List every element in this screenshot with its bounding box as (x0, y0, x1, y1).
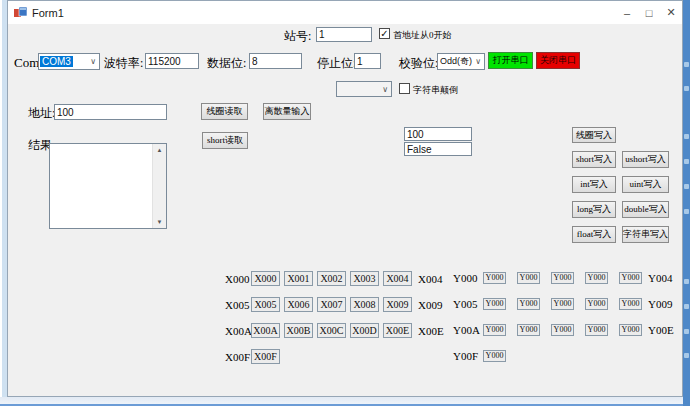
x-cell[interactable]: X00F (251, 349, 280, 364)
result-scrollbar[interactable]: ▲ ▼ (152, 144, 166, 228)
ushort-write-button[interactable]: ushort写入 (622, 151, 669, 168)
y-cell[interactable]: Y000 (517, 298, 540, 310)
x-cell[interactable]: X008 (350, 297, 379, 312)
y-cell[interactable]: Y000 (619, 324, 642, 336)
close-icon[interactable]: ✕ (660, 1, 682, 24)
databits-input[interactable] (249, 53, 302, 69)
y-cell[interactable]: Y000 (517, 272, 540, 284)
float-write-button[interactable]: float写入 (572, 226, 616, 243)
parity-select[interactable]: Odd(奇) ∨ (437, 53, 485, 70)
x-cell[interactable]: X00D (350, 323, 379, 338)
y-cell[interactable]: Y000 (517, 324, 540, 336)
discrete-input-button[interactable]: 离散量输入 (263, 103, 311, 120)
y-cell[interactable]: Y000 (585, 298, 608, 310)
x-cell[interactable]: X00C (317, 323, 346, 338)
com-selected-value: COM3 (40, 56, 73, 67)
x-cell[interactable]: X001 (284, 271, 313, 286)
x-cell[interactable]: X004 (383, 271, 412, 286)
short-write-button[interactable]: short写入 (572, 151, 616, 168)
baud-label: 波特率: (104, 55, 143, 72)
coil-read-button[interactable]: 线圈读取 (201, 103, 248, 120)
scroll-down-icon[interactable]: ▼ (153, 216, 166, 228)
chevron-down-icon: ∨ (90, 57, 99, 66)
y-row-label-right: Y009 (648, 298, 672, 310)
x-cell[interactable]: X00A (251, 323, 280, 338)
edge-mark (684, 184, 689, 189)
y-cell[interactable]: Y000 (619, 272, 642, 284)
y-row-label: Y00A (453, 324, 475, 336)
form-icon (14, 7, 27, 18)
y-cell[interactable]: Y000 (483, 298, 506, 310)
x-cell[interactable]: X00E (383, 323, 412, 338)
parity-label: 校验位: (399, 55, 438, 72)
com-select[interactable]: COM3 ∨ (38, 53, 100, 70)
window-controls: – □ ✕ (616, 1, 682, 24)
y-cell[interactable]: Y000 (551, 324, 574, 336)
string-write-button[interactable]: 字符串写入 (622, 226, 669, 243)
x-cell[interactable]: X006 (284, 297, 313, 312)
stopbits-label: 停止位: (317, 55, 356, 72)
y-grid-row: Y00F Y000 (453, 350, 506, 362)
background-window-edge-right (683, 0, 690, 406)
x-cell[interactable]: X005 (251, 297, 280, 312)
x-cell[interactable]: X003 (350, 271, 379, 286)
short-read-button[interactable]: short读取 (202, 132, 248, 149)
y-row-label: Y000 (453, 272, 475, 284)
y-grid-row: Y005 Y000 Y000 Y000 Y000 Y000 Y009 (453, 298, 672, 310)
y-row-label: Y00F (453, 350, 475, 362)
station-input[interactable] (316, 27, 372, 42)
scroll-up-icon[interactable]: ▲ (153, 144, 166, 156)
x-row-label-right: X004 (418, 273, 442, 285)
x-row-label: X00A (225, 325, 247, 337)
address-label: 地址: (28, 105, 55, 122)
maximize-icon[interactable]: □ (638, 1, 660, 24)
coil-write-button[interactable]: 线圈写入 (572, 127, 616, 143)
string-reverse-checkbox-label: 字符串颠倒 (413, 84, 458, 97)
stopbits-input[interactable] (354, 53, 381, 69)
address-input[interactable] (54, 104, 167, 120)
zero-start-checkbox-label: 首地址从0开始 (393, 29, 452, 42)
x-cell[interactable]: X00B (284, 323, 313, 338)
y-cell[interactable]: Y000 (551, 298, 574, 310)
x-cell[interactable]: X000 (251, 271, 280, 286)
write-value-input[interactable] (404, 142, 472, 156)
x-cell[interactable]: X002 (317, 271, 346, 286)
result-textbox[interactable]: ▲ ▼ (49, 143, 167, 229)
x-grid-row: X00F X00F (225, 349, 280, 364)
form1-window: Form1 – □ ✕ 站号: ✓ 首地址从0开始 Com: COM3 ∨ 波特… (7, 0, 683, 397)
double-write-button[interactable]: double写入 (622, 201, 669, 218)
y-row-label-right: Y004 (648, 272, 672, 284)
background-window-edge-left (0, 0, 7, 406)
window-title: Form1 (32, 7, 64, 19)
y-cell[interactable]: Y000 (619, 298, 642, 310)
edge-mark (684, 353, 689, 358)
y-cell[interactable]: Y000 (585, 272, 608, 284)
screen: Form1 – □ ✕ 站号: ✓ 首地址从0开始 Com: COM3 ∨ 波特… (0, 0, 690, 406)
zero-start-checkbox[interactable]: ✓ (379, 28, 390, 39)
format-select[interactable]: ∨ (336, 81, 392, 97)
edge-mark (684, 329, 689, 334)
edge-mark (684, 304, 689, 309)
string-reverse-checkbox[interactable] (399, 83, 410, 94)
y-cell[interactable]: Y000 (483, 272, 506, 284)
minimize-icon[interactable]: – (616, 1, 638, 24)
edge-mark (684, 134, 689, 139)
close-port-button[interactable]: 关闭串口 (536, 52, 580, 69)
y-cell[interactable]: Y000 (483, 350, 506, 362)
long-write-button[interactable]: long写入 (572, 201, 616, 218)
edge-mark (684, 86, 689, 91)
y-cell[interactable]: Y000 (483, 324, 506, 336)
x-cell[interactable]: X007 (317, 297, 346, 312)
edge-mark (684, 62, 689, 67)
baud-input[interactable] (145, 53, 199, 69)
int-write-button[interactable]: int写入 (572, 176, 616, 193)
write-address-input[interactable] (404, 127, 472, 141)
uint-write-button[interactable]: uint写入 (622, 176, 669, 193)
x-row-label: X005 (225, 299, 247, 311)
station-label: 站号: (284, 28, 311, 45)
x-grid-row: X000 X000 X001 X002 X003 X004 X004 (225, 271, 442, 286)
x-cell[interactable]: X009 (383, 297, 412, 312)
y-cell[interactable]: Y000 (585, 324, 608, 336)
y-cell[interactable]: Y000 (551, 272, 574, 284)
open-port-button[interactable]: 打开串口 (488, 52, 533, 69)
